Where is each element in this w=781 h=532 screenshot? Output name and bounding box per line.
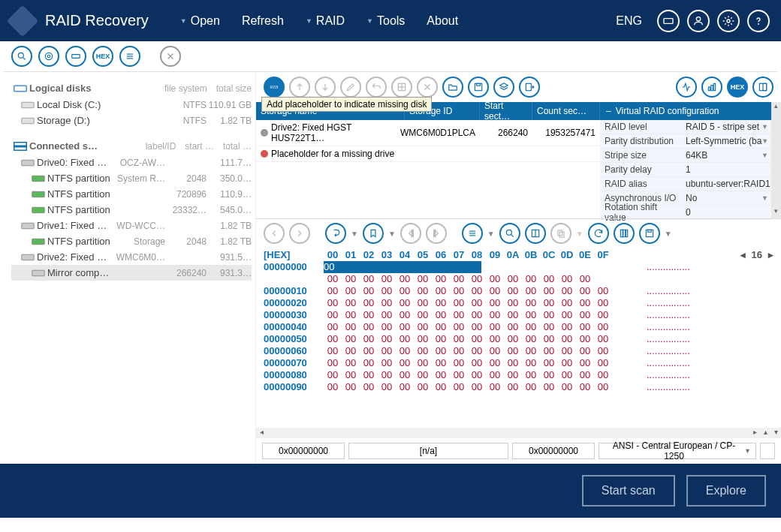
list-icon[interactable]	[119, 46, 140, 67]
remove-icon[interactable]	[417, 77, 438, 98]
selection-info[interactable]	[348, 443, 508, 459]
config-raid-alias[interactable]: RAID aliasubuntu-server:RAID1	[600, 177, 771, 191]
start-scan-button[interactable]: Start scan	[582, 475, 675, 506]
hex-row[interactable]: 0000009000000000000000000000000000000000…	[264, 381, 773, 393]
user-icon[interactable]	[687, 10, 710, 32]
config-stripe-size[interactable]: Stripe size64KB▼	[600, 149, 771, 163]
scan-icon[interactable]	[38, 46, 59, 67]
columns-icon[interactable]	[614, 223, 635, 244]
gear-icon[interactable]	[717, 10, 740, 32]
explore-button[interactable]: Explore	[686, 475, 766, 506]
svg-rect-27	[22, 254, 35, 260]
hex-row[interactable]: 0000006000000000000000000000000000000000…	[264, 345, 773, 357]
partition-row[interactable]: Mirror compo…266240931.3…	[11, 265, 252, 281]
menu-refresh[interactable]: Refresh	[233, 10, 293, 32]
encoding-select[interactable]: ANSI - Central European / CP-1250▼	[599, 443, 756, 459]
partition-row[interactable]: NTFS partitionSystem R…2048350.0…	[11, 170, 252, 186]
offset-input-2[interactable]	[512, 443, 595, 459]
next-bookmark-icon[interactable]	[426, 223, 447, 244]
drive-row[interactable]: Drive2: Fixed …WMC6M0…931.5…	[11, 249, 252, 265]
hex-row[interactable]: 0000008000000000000000000000000000000000…	[264, 369, 773, 381]
encoding-extra[interactable]	[760, 443, 775, 459]
logical-disks-header[interactable]: Logical disks file systemtotal size	[11, 80, 252, 97]
drive-row[interactable]: Drive0: Fixed …OCZ-AW…111.7…	[11, 155, 252, 170]
col-start-sector[interactable]: Start sect…	[480, 102, 532, 120]
logical-disk-row[interactable]: Local Disk (C:)NTFS110.91 GB	[11, 97, 252, 113]
move-down-icon[interactable]	[315, 77, 336, 98]
language-selector[interactable]: ENG	[608, 11, 650, 31]
svg-rect-25	[22, 223, 35, 229]
config-parity-delay[interactable]: Parity delay1	[600, 163, 771, 177]
prev-bookmark-icon[interactable]	[400, 223, 421, 244]
config-parity-distribution[interactable]: Parity distributionLeft-Symmetric (ba▼	[600, 134, 771, 149]
partition-row[interactable]: NTFS partition23332…545.0…	[11, 202, 252, 218]
chart-icon[interactable]	[701, 77, 722, 98]
connected-storage-header[interactable]: Connected s… label/IDstart …total …	[11, 137, 252, 155]
disk-icon[interactable]	[65, 46, 86, 67]
config-raid-level[interactable]: RAID levelRAID 5 - stripe set▼	[600, 120, 771, 134]
menu-tools[interactable]: ▼Tools	[357, 10, 414, 32]
svg-rect-20	[14, 146, 27, 150]
open-folder-icon[interactable]	[442, 77, 463, 98]
split-icon[interactable]	[525, 223, 546, 244]
grid-icon[interactable]	[391, 77, 412, 98]
storage-row[interactable]: Placeholder for a missing drive	[256, 146, 600, 162]
refresh-hex-icon[interactable]	[588, 223, 609, 244]
storage-row[interactable]: Drive2: Fixed HGST HUS722T1…WMC6M0D1PLCA…	[256, 120, 600, 146]
hex-row[interactable]: 0000001000000000000000000000000000000000…	[264, 285, 773, 297]
svg-point-46	[506, 230, 511, 235]
keyboard-icon[interactable]	[657, 10, 680, 32]
svg-rect-23	[32, 191, 45, 197]
hex-row[interactable]: 0000007000000000000000000000000000000000…	[264, 357, 773, 369]
back-icon[interactable]	[264, 223, 285, 244]
svg-rect-10	[72, 55, 80, 59]
offset-input-1[interactable]	[262, 443, 345, 459]
close-icon[interactable]	[160, 46, 181, 67]
add-placeholder-button[interactable]	[264, 77, 285, 98]
bookmark-icon[interactable]	[363, 223, 384, 244]
drive-row[interactable]: Drive1: Fixed …WD-WCC…1.82 TB	[11, 218, 252, 233]
col-size: total size	[216, 83, 252, 94]
search-icon[interactable]	[11, 46, 32, 67]
menu-raid[interactable]: ▼RAID	[297, 10, 354, 32]
hex-row[interactable]: 0000002000000000000000000000000000000000…	[264, 297, 773, 309]
list-view-icon[interactable]	[462, 223, 483, 244]
hex-row[interactable]: 0000000000000000000000000000000000000000…	[264, 261, 773, 285]
menu-about[interactable]: About	[418, 10, 467, 32]
hex-column-stepper[interactable]: ◂16▸	[740, 249, 773, 261]
col-total: total …	[223, 141, 252, 152]
zoom-icon[interactable]	[499, 223, 520, 244]
hex-status-bar: ANSI - Central European / CP-1250▼	[256, 438, 781, 464]
hex-mode-button[interactable]: HEX	[727, 77, 748, 98]
logical-disk-row[interactable]: Storage (D:)NTFS1.82 TB	[11, 113, 252, 128]
undo-icon[interactable]	[366, 77, 387, 98]
help-icon[interactable]	[747, 10, 770, 32]
menu-open[interactable]: ▼Open	[171, 10, 229, 32]
jump-icon[interactable]	[325, 223, 346, 244]
hex-button[interactable]: HEX	[92, 46, 113, 67]
config-scrollbar[interactable]: ▴▾	[771, 102, 781, 218]
col-count-sector[interactable]: Count sec…	[532, 102, 600, 120]
hex-row[interactable]: 0000005000000000000000000000000000000000…	[264, 333, 773, 345]
forward-icon[interactable]	[289, 223, 310, 244]
hex-content[interactable]: [HEX] 000102030405060708090A0B0C0D0E0F ◂…	[256, 248, 781, 428]
connected-title: Connected s…	[29, 140, 98, 152]
tooltip: Add placeholder to indicate missing disk	[261, 97, 432, 112]
hex-row[interactable]: 0000004000000000000000000000000000000000…	[264, 321, 773, 333]
hex-row[interactable]: 0000003000000000000000000000000000000000…	[264, 309, 773, 321]
export-icon[interactable]	[519, 77, 540, 98]
pane-toggle-icon[interactable]	[752, 77, 773, 98]
hex-h-scrollbar[interactable]: ◂▸▴▾	[256, 428, 781, 438]
save-hex-icon[interactable]	[639, 223, 660, 244]
raid-config-header[interactable]: –Virtual RAID configuration	[600, 102, 771, 120]
svg-rect-51	[559, 232, 564, 237]
edit-icon[interactable]	[340, 77, 361, 98]
partition-row[interactable]: NTFS partition720896110.9…	[11, 186, 252, 202]
copy-icon[interactable]	[550, 223, 571, 244]
layers-icon[interactable]	[493, 77, 514, 98]
move-up-icon[interactable]	[289, 77, 310, 98]
partition-row[interactable]: NTFS partitionStorage20481.82 TB	[11, 233, 252, 249]
save-icon[interactable]	[468, 77, 489, 98]
svg-rect-39	[711, 86, 713, 91]
activity-icon[interactable]	[676, 77, 697, 98]
